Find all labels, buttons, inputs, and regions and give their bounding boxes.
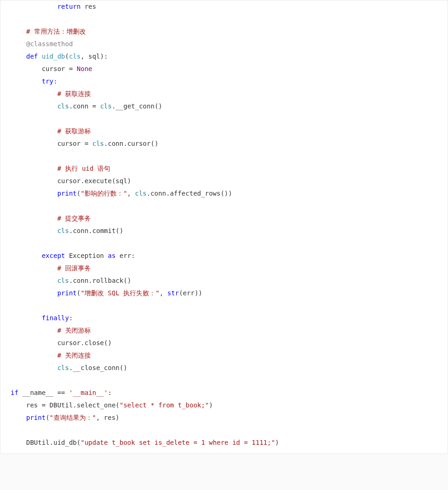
code-block: return res # 常用方法：增删改 @classmethod def u… xyxy=(0,0,448,454)
line: cls.conn = cls.__get_conn() xyxy=(11,102,162,110)
line: try: xyxy=(11,78,57,85)
line: cursor = None xyxy=(11,65,92,72)
line: return res xyxy=(11,3,96,10)
line: def uid_db(cls, sql): xyxy=(11,53,108,60)
line: cls.__close_conn() xyxy=(11,364,127,371)
line: except Exception as err: xyxy=(11,252,135,259)
line: # 获取连接 xyxy=(11,90,91,97)
line: # 回滚事务 xyxy=(11,264,91,272)
line: # 提交事务 xyxy=(11,215,91,222)
line: # 关闭连接 xyxy=(11,352,91,359)
line: # 关闭游标 xyxy=(11,327,91,334)
line: DBUtil.uid_db("update t_book set is_dele… xyxy=(11,439,279,446)
line: # 获取游标 xyxy=(11,127,91,135)
line: cursor.close() xyxy=(11,339,112,347)
line: # 执行 uid 语句 xyxy=(11,165,110,172)
code-content[interactable]: return res # 常用方法：增删改 @classmethod def u… xyxy=(0,0,448,453)
line: print("增删改 SQL 执行失败：", str(err)) xyxy=(11,289,203,297)
line: cursor = cls.conn.cursor() xyxy=(11,140,158,147)
line: res = DBUtil.select_one("select * from t… xyxy=(11,401,213,409)
line: cursor.execute(sql) xyxy=(11,177,131,185)
line: cls.conn.commit() xyxy=(11,227,123,234)
line: print("影响的行数：", cls.conn.affected_rows()… xyxy=(11,190,232,197)
line: print("查询结果为：", res) xyxy=(11,414,119,421)
line: finally: xyxy=(11,314,73,322)
line: if __name__ == '__main__': xyxy=(11,389,112,396)
line: cls.conn.rollback() xyxy=(11,277,131,284)
line: # 常用方法：增删改 xyxy=(11,28,86,35)
line: @classmethod xyxy=(11,40,73,48)
